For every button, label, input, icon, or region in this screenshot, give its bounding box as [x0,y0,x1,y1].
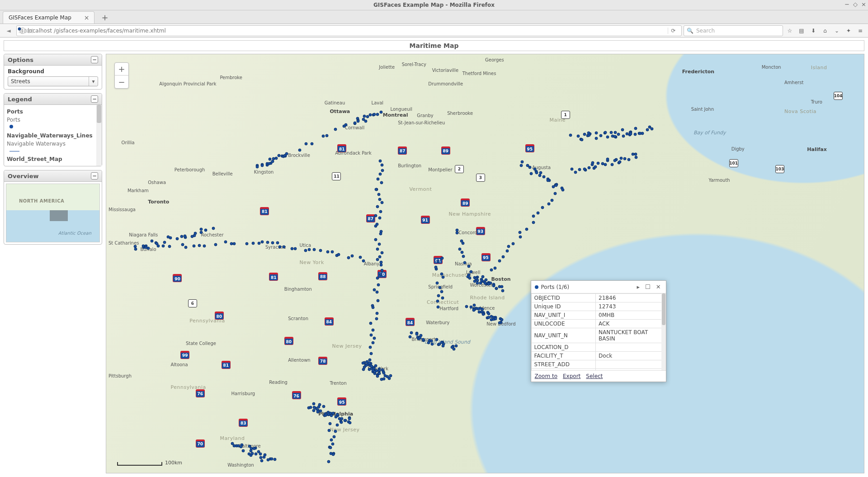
reload-icon[interactable]: ⟳ [668,28,679,34]
home-icon[interactable]: ⌂ [820,26,830,36]
new-tab-button[interactable]: + [99,11,111,24]
url-path: /gisfaces-examples/faces/maritime.xhtml [54,28,666,34]
window-titlebar: GISFaces Example Map - Mozilla Firefox −… [0,0,868,10]
downloads-icon[interactable]: ⬇ [808,26,818,36]
search-bar[interactable]: 🔍 Search [684,25,783,36]
window-minimize-icon[interactable]: − [844,1,849,8]
url-bar[interactable]: i localhost:8080/gisfaces-examples/faces… [16,25,682,36]
window-close-icon[interactable]: × [861,1,866,8]
browser-tab[interactable]: GISFaces Example Map × [3,11,94,24]
pocket-icon[interactable]: ⌄ [832,26,842,36]
browser-navbar: ◄ i localhost:8080/gisfaces-examples/fac… [0,24,868,38]
window-title: GISFaces Example Map - Mozilla Firefox [373,2,495,8]
tab-title: GISFaces Example Map [9,14,71,21]
library-icon[interactable]: ▤ [797,26,807,36]
window-maximize-icon[interactable]: ◇ [853,1,858,8]
tab-close-icon[interactable]: × [84,14,90,21]
browser-tabbar: GISFaces Example Map × + [0,10,868,24]
search-placeholder: Search [696,28,715,34]
back-button[interactable]: ◄ [3,25,14,36]
search-icon: 🔍 [687,28,693,34]
menu-icon[interactable]: ≡ [855,26,865,36]
addons-icon[interactable]: ✦ [844,26,854,36]
bookmark-star-icon[interactable]: ☆ [785,26,795,36]
url-port: :8080 [18,28,21,31]
